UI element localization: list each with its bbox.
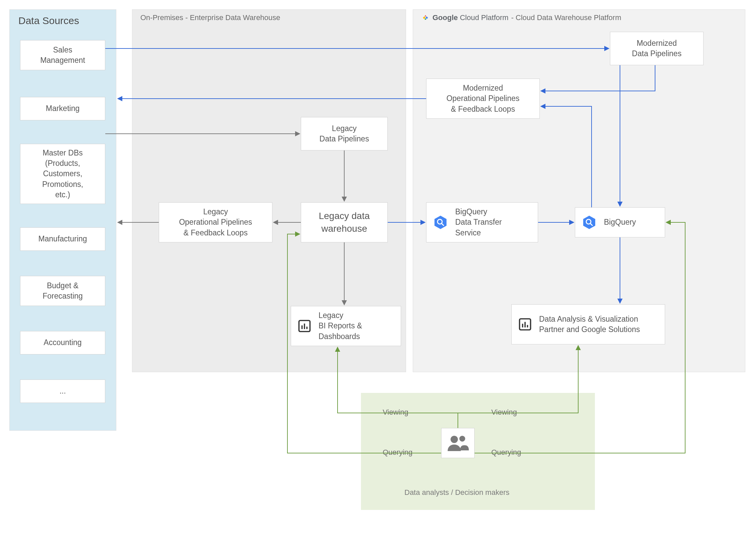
label-viewing-left: Viewing [383,408,408,417]
svg-marker-4 [434,216,447,229]
box-legacy-data-pipelines: Legacy Data Pipelines [301,117,388,150]
box-bigquery-dts: BigQuery Data Transfer Service [426,202,538,242]
svg-point-15 [459,436,465,442]
box-users [441,428,475,458]
bigquery-icon [581,214,597,230]
gcp-title-suffix: - Cloud Data Warehouse Platform [511,13,621,22]
source-marketing: Marketing [20,97,105,120]
users-icon [446,434,470,452]
svg-marker-7 [583,216,595,229]
source-budget-forecasting: Budget & Forecasting [20,276,105,306]
box-data-analysis-viz: Data Analysis & Visualization Partner an… [511,304,665,344]
box-modernized-data-pipelines: Modernized Data Pipelines [610,32,704,65]
box-bigquery: BigQuery [575,207,665,237]
svg-point-14 [451,436,458,443]
box-legacy-data-warehouse: Legacy data warehouse [301,202,388,242]
box-legacy-bi: Legacy BI Reports & Dashboards [291,306,401,346]
source-manufacturing: Manufacturing [20,227,105,251]
box-modernized-ops-pipelines: Modernized Operational Pipelines & Feedb… [426,79,540,119]
source-sales-management: Sales Management [20,40,105,70]
region-data-sources [9,9,116,431]
gcp-brand-text: Google Cloud Platform [432,13,508,22]
region-title-data-sources: Data Sources [18,15,79,26]
gcp-logo-icon [421,13,430,22]
bar-chart-icon [297,319,312,333]
source-accounting: Accounting [20,331,105,354]
source-more: ... [20,380,105,403]
source-master-dbs: Master DBs (Products, Customers, Promoti… [20,144,105,204]
box-legacy-ops-pipelines: Legacy Operational Pipelines & Feedback … [159,202,272,242]
bigquery-icon [432,214,449,230]
label-viewing-right: Viewing [491,408,517,417]
label-querying-left: Querying [383,448,412,457]
bar-chart-icon [518,317,532,332]
region-title-on-premises: On-Premises - Enterprise Data Warehouse [140,13,280,22]
architecture-diagram: Data Sources On-Premises - Enterprise Da… [0,0,756,535]
region-title-gcp: Google Cloud Platform - Cloud Data Wareh… [421,13,621,22]
users-caption: Data analysts / Decision makers [404,488,509,497]
label-querying-right: Querying [491,448,521,457]
